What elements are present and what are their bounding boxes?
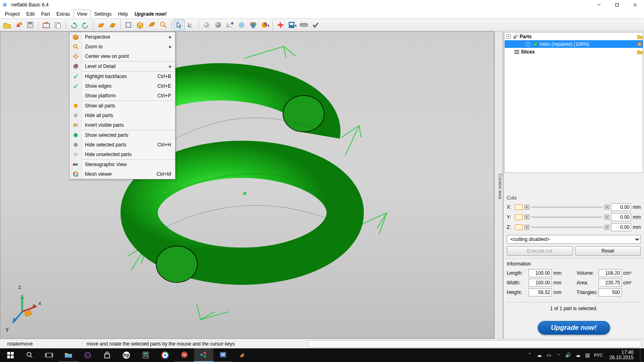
menu-item-show-selected-parts[interactable]: Show selected parts (70, 130, 175, 140)
check-icon[interactable] (310, 19, 321, 31)
reset-cut-button[interactable]: Reset (575, 246, 641, 256)
show-desktop[interactable] (640, 348, 642, 362)
cut-value-field[interactable] (611, 203, 631, 211)
delete-icon[interactable] (636, 41, 643, 47)
tray-chevron-icon[interactable]: ˄ (526, 352, 533, 358)
tree-parts-root[interactable]: − Parts (505, 33, 643, 40)
add-part-icon[interactable] (13, 19, 25, 31)
tray-battery-icon[interactable]: ▭ (546, 352, 552, 358)
view-platform-icon[interactable] (146, 19, 157, 31)
width-field[interactable] (528, 279, 552, 287)
menu-item-center-view-on-point[interactable]: Center view on point (70, 51, 175, 61)
cut-slider[interactable] (531, 206, 603, 208)
cut-slider[interactable] (531, 216, 603, 218)
minimize-button[interactable] (590, 0, 608, 10)
menu-item-mesh-viewer[interactable]: Mesh viewerCtrl+M (70, 169, 175, 179)
cut-value-field[interactable] (611, 223, 631, 231)
cut-value-field[interactable] (611, 213, 631, 221)
shade1-icon[interactable] (201, 19, 212, 31)
transparent-icon[interactable] (236, 19, 247, 31)
cut-inc-button[interactable]: > (605, 205, 609, 210)
start-button[interactable] (1, 348, 20, 362)
menu-part[interactable]: Part (38, 10, 53, 19)
maximize-button[interactable] (608, 0, 626, 10)
volume-field[interactable] (599, 269, 622, 277)
menu-settings[interactable]: Settings (91, 10, 115, 19)
collapse-icon[interactable]: − (506, 34, 511, 39)
view-top-icon[interactable] (123, 19, 134, 31)
folder-icon[interactable] (637, 34, 643, 39)
cut-x-icon[interactable] (95, 19, 107, 31)
cursor-icon[interactable] (173, 19, 185, 31)
menu-project[interactable]: Project (2, 10, 23, 19)
zoom-icon[interactable] (158, 19, 169, 31)
triangles-field[interactable] (599, 288, 622, 296)
menu-item-level-of-detail[interactable]: Level of Detail▶ (70, 62, 175, 71)
menu-view[interactable]: View (73, 10, 91, 19)
undo-icon[interactable] (68, 19, 79, 31)
paint-icon[interactable] (233, 348, 252, 362)
tray-clock[interactable]: 17:40 26.10.2015 (606, 350, 637, 360)
folder-icon[interactable] (637, 49, 643, 54)
tree-part-item[interactable]: Helix (repaired) (100%) (505, 40, 643, 48)
taskview-icon[interactable] (39, 348, 59, 362)
chrome-icon[interactable] (155, 348, 175, 362)
wireframe-icon[interactable] (224, 19, 235, 31)
move-axis-icon[interactable] (185, 19, 196, 31)
cut-color-swatch[interactable] (515, 224, 523, 230)
menu-item-show-platform[interactable]: Show platformCtrl+P (70, 91, 175, 101)
menu-item-stereographic-view[interactable]: Stereographic View (70, 160, 175, 169)
cut-slider[interactable] (531, 226, 603, 228)
menu-item-show-edges[interactable]: Show edgesCtrl+E (70, 81, 175, 91)
tray-wifi-icon[interactable]: ◝ (555, 352, 562, 358)
close-button[interactable] (626, 0, 644, 10)
menu-extras[interactable]: Extras (53, 10, 73, 19)
upgrade-now-button[interactable]: Upgrade now! (538, 321, 610, 335)
cut-dec-button[interactable]: < (524, 205, 529, 210)
menu-item-hide-all-parts[interactable]: Hide all parts (70, 111, 175, 120)
tray-onedrive-icon[interactable]: ☁ (575, 352, 581, 358)
length-field[interactable] (528, 269, 552, 277)
view-iso-icon[interactable] (134, 19, 146, 31)
tree-slices-root[interactable]: Slices (505, 48, 643, 56)
app-red-icon[interactable]: m (175, 348, 194, 362)
analyze-icon[interactable]: ▾ (287, 19, 298, 31)
menu-help[interactable]: Help (115, 10, 131, 19)
cut-color-swatch[interactable] (515, 214, 523, 220)
menu-item-show-all-parts[interactable]: Show all parts (70, 101, 175, 111)
menu-upgradenow[interactable]: Upgrade now! (131, 10, 170, 19)
menu-edit[interactable]: Edit (23, 10, 38, 19)
cut-inc-button[interactable]: > (605, 215, 609, 220)
tray-volume-icon[interactable]: 🔊 (565, 352, 572, 358)
app-globe-icon[interactable] (78, 348, 97, 362)
execute-cut-button[interactable]: Execute cut (507, 246, 573, 256)
parts-tree[interactable]: − Parts Helix (repaired) (100%) Slices (504, 32, 643, 173)
cut-inc-button[interactable]: > (605, 225, 609, 230)
menu-item-invert-visible-parts[interactable]: Invert visible parts (70, 120, 175, 130)
toolbox-icon[interactable] (41, 19, 52, 31)
save-icon[interactable] (25, 19, 36, 31)
menu-item-hide-selected-parts[interactable]: Hide selected partsCtrl+H (70, 140, 175, 150)
menu-item-highlight-backfaces[interactable]: Highlight backfacesCtrl+B (70, 72, 175, 81)
redo-icon[interactable] (80, 19, 91, 31)
menu-item-hide-unselected-parts[interactable]: Hide unselected parts (70, 150, 175, 159)
cutting-mode-select[interactable]: <cutting disabled> (507, 235, 641, 244)
menu-item-perspective[interactable]: Perspective▶ (70, 32, 175, 42)
area-field[interactable] (599, 279, 622, 287)
hp-icon[interactable]: hp (117, 348, 136, 362)
explorer-icon[interactable] (59, 348, 78, 362)
shade2-icon[interactable] (213, 19, 224, 31)
cut-dec-button[interactable]: < (524, 225, 529, 230)
tray-cloud-icon[interactable]: ☁ (536, 352, 543, 358)
netfabb-task-icon[interactable] (194, 348, 213, 362)
viewport-3d[interactable]: Perspective▶Zoom to▶Center view on point… (0, 31, 494, 339)
colors-icon[interactable] (248, 19, 259, 31)
pie-icon[interactable]: ▾ (259, 19, 270, 31)
search-icon[interactable] (20, 348, 39, 362)
cut-dec-button[interactable]: < (524, 215, 529, 220)
calculator-icon[interactable] (136, 348, 155, 362)
measure-icon[interactable] (298, 19, 310, 31)
cut-color-swatch[interactable] (515, 204, 523, 210)
tray-notification-icon[interactable]: ▤ (584, 352, 591, 358)
word-icon[interactable]: W (213, 348, 233, 362)
